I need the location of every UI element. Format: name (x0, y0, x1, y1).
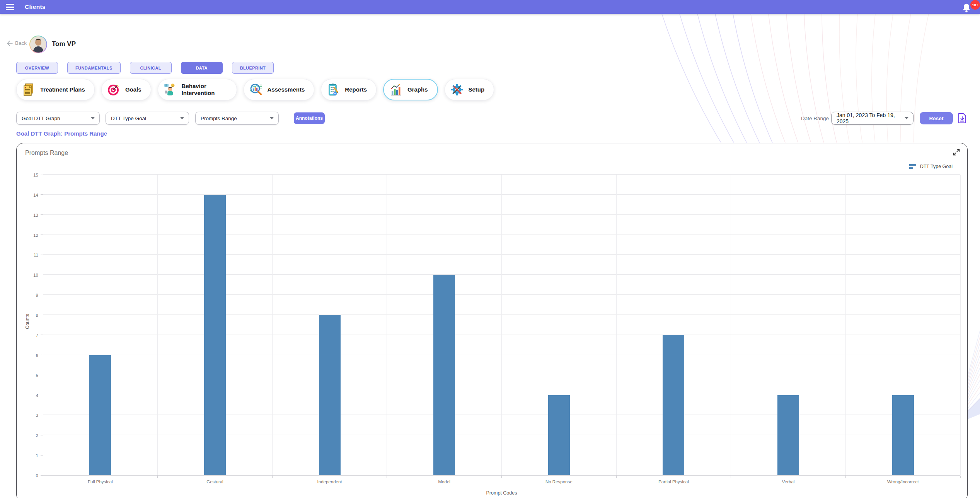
y-axis-tick (41, 315, 43, 315)
y-tick-label: 14 (20, 193, 38, 197)
chevron-down-icon (270, 117, 274, 119)
gridline (501, 175, 502, 475)
app-window: Clients 10+ Back (0, 0, 980, 498)
tab-data[interactable]: DATA (181, 62, 223, 74)
y-axis-tick (41, 335, 43, 335)
goals-icon (107, 83, 121, 97)
chevron-down-icon (91, 117, 95, 119)
bar-full-physical[interactable] (89, 355, 111, 475)
avatar-photo (30, 36, 46, 53)
bar-series-legend-icon (909, 163, 917, 170)
x-axis-tick (157, 476, 158, 478)
y-tick-label: 1 (20, 453, 38, 458)
nav-card-setup[interactable]: Setup (445, 79, 494, 100)
graphs-icon (389, 83, 403, 97)
back-button[interactable]: Back (7, 40, 27, 46)
client-name: Tom VP (52, 40, 76, 48)
nav-card-behavior-intervention[interactable]: Behavior Intervention (158, 79, 237, 100)
nav-card-label: Goals (125, 86, 141, 93)
gridline (616, 175, 617, 475)
reset-button[interactable]: Reset (920, 112, 953, 124)
y-axis-tick (41, 435, 43, 435)
graph-type-select[interactable]: Goal DTT Graph (16, 112, 100, 125)
legend-item[interactable]: DTT Type Goal (909, 163, 953, 170)
y-tick-label: 5 (20, 373, 38, 378)
nav-card-label: Reports (345, 86, 367, 93)
bar-model[interactable] (433, 275, 455, 475)
date-range-value: Jan 01, 2023 To Feb 19, 2025 (837, 112, 905, 124)
y-tick-label: 7 (20, 333, 38, 338)
y-axis-tick (41, 395, 43, 395)
behavior-intervention-icon (163, 83, 177, 97)
y-tick-label: 8 (20, 313, 38, 318)
setup-icon (450, 83, 464, 97)
page-title: Clients (25, 3, 46, 10)
date-range-select[interactable]: Jan 01, 2023 To Feb 19, 2025 (831, 112, 914, 125)
menu-icon[interactable] (6, 4, 14, 10)
y-axis-tick (41, 275, 43, 275)
back-label: Back (15, 40, 27, 46)
x-axis-tick (616, 476, 617, 478)
section-tabs: OVERVIEW FUNDAMENTALS CLINICAL DATA BLUE… (16, 62, 274, 74)
tab-blueprint[interactable]: BLUEPRINT (232, 62, 274, 74)
notifications-button[interactable]: 10+ (961, 1, 978, 14)
chevron-down-icon (905, 117, 908, 119)
gridline (845, 175, 846, 475)
client-avatar[interactable] (29, 36, 47, 53)
chart-title: Prompts Range (25, 150, 68, 156)
y-tick-label: 9 (20, 293, 38, 297)
x-category-label: Verbal (731, 479, 846, 484)
gridline (731, 175, 731, 475)
goal-select-value: DTT Type Goal (111, 116, 146, 121)
bar-wrong-incorrect[interactable] (892, 395, 914, 475)
nav-card-label: Treatment Plans (40, 86, 85, 93)
notification-count-badge: 10+ (970, 0, 980, 10)
y-tick-label: 6 (20, 353, 38, 358)
bar-partial-physical[interactable] (663, 335, 684, 475)
x-category-label: Wrong/Incorrect (845, 479, 960, 484)
annotations-button[interactable]: Annotations (294, 112, 325, 124)
x-category-label: Independent (272, 479, 387, 484)
nav-card-reports[interactable]: Reports (321, 79, 377, 100)
y-tick-label: 11 (20, 253, 38, 257)
nav-card-label: Assessments (268, 86, 305, 93)
bar-verbal[interactable] (777, 395, 799, 475)
bar-no-response[interactable] (548, 395, 570, 475)
breadcrumb-link[interactable]: Goal DTT Graph: Prompts Range (16, 130, 107, 137)
tab-fundamentals[interactable]: FUNDAMENTALS (67, 62, 121, 74)
graph-filter-bar: Goal DTT Graph DTT Type Goal Prompts Ran… (0, 112, 980, 126)
bar-independent[interactable] (319, 315, 341, 475)
gridline (387, 175, 387, 475)
x-category-label: Gestural (158, 479, 273, 484)
date-range-label: Date Range (801, 112, 829, 125)
goal-select[interactable]: DTT Type Goal (106, 112, 189, 125)
y-axis-tick (41, 214, 43, 215)
y-tick-label: 13 (20, 213, 38, 218)
x-axis-tick (845, 476, 846, 478)
bar-gestural[interactable] (204, 195, 226, 475)
y-axis-tick (41, 355, 43, 355)
y-axis-tick (41, 235, 43, 235)
nav-card-goals[interactable]: Goals (101, 79, 151, 100)
y-tick-label: 4 (20, 393, 38, 398)
back-arrow-icon (7, 41, 13, 46)
download-file-icon (957, 112, 967, 124)
tab-overview[interactable]: OVERVIEW (16, 62, 58, 74)
nav-card-assessments[interactable]: Assessments (244, 79, 315, 100)
top-app-bar: Clients 10+ (0, 0, 980, 14)
y-tick-label: 10 (20, 273, 38, 277)
export-button[interactable] (956, 112, 968, 125)
gridline (272, 175, 273, 475)
nav-card-graphs[interactable]: Graphs (383, 79, 438, 100)
nav-card-label: Graphs (407, 86, 428, 93)
y-tick-label: 15 (20, 173, 38, 177)
x-category-label: Model (387, 479, 502, 484)
client-header: Back Tom VP (0, 28, 980, 56)
expand-chart-button[interactable] (951, 147, 962, 158)
x-category-label: Full Physical (43, 479, 158, 484)
tab-clinical[interactable]: CLINICAL (130, 62, 172, 74)
metric-select[interactable]: Prompts Range (195, 112, 279, 125)
nav-card-treatment-plans[interactable]: Treatment Plans (16, 79, 95, 100)
y-tick-label: 3 (20, 413, 38, 418)
y-axis-tick (41, 175, 43, 175)
